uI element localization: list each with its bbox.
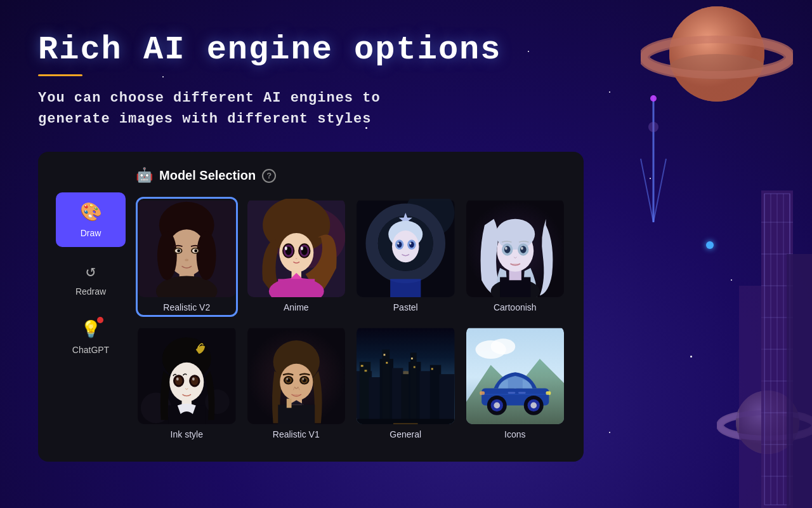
model-card-realistic-v1[interactable]: Realistic V1 — [246, 324, 348, 444]
model-card-anime[interactable]: Anime — [246, 197, 348, 317]
svg-point-115 — [286, 378, 288, 380]
model-card-icons[interactable]: Icons — [464, 324, 566, 444]
model-label-icons: Icons — [502, 424, 528, 442]
model-card-cartoonish[interactable]: Cartoonish — [464, 197, 566, 317]
svg-point-116 — [302, 378, 304, 380]
model-label-general: General — [387, 424, 424, 442]
sidebar-item-draw-label: Draw — [81, 228, 102, 238]
svg-rect-134 — [361, 364, 363, 366]
svg-point-146 — [490, 338, 515, 354]
svg-rect-108 — [286, 398, 291, 407]
model-image-anime — [247, 199, 346, 297]
svg-point-60 — [301, 246, 303, 250]
model-selection-title: Model Selection — [159, 168, 256, 183]
svg-point-99 — [191, 377, 199, 385]
robot-icon: 🤖 — [136, 167, 153, 184]
svg-point-150 — [494, 402, 500, 408]
model-image-icons — [466, 326, 565, 425]
svg-point-87 — [504, 247, 507, 250]
help-button[interactable]: ? — [262, 169, 276, 183]
svg-rect-138 — [411, 358, 413, 359]
svg-rect-140 — [431, 368, 433, 370]
svg-rect-126 — [383, 349, 390, 424]
svg-rect-124 — [369, 377, 381, 425]
svg-point-38 — [197, 231, 216, 280]
svg-point-43 — [177, 250, 180, 253]
svg-point-88 — [520, 247, 523, 250]
model-image-realistic-v2 — [138, 199, 236, 297]
svg-point-44 — [194, 250, 197, 253]
svg-point-75 — [410, 243, 412, 245]
model-selection-area: 🤖 Model Selection ? — [126, 167, 566, 444]
page-title: Rich AI engine options — [38, 32, 774, 68]
model-label-ink-style: Ink style — [168, 424, 206, 442]
svg-rect-69 — [390, 279, 421, 297]
svg-rect-135 — [365, 370, 367, 371]
model-card-ink-style[interactable]: Ink style — [136, 324, 238, 444]
model-label-realistic-v1: Realistic V1 — [270, 424, 322, 442]
model-image-ink-style — [138, 326, 236, 425]
svg-rect-52 — [278, 279, 315, 297]
svg-point-85 — [504, 246, 510, 253]
svg-point-82 — [495, 219, 535, 250]
model-label-cartoonish: Cartoonish — [491, 297, 539, 315]
sidebar-item-draw[interactable]: 🎨 Draw — [56, 192, 126, 247]
svg-rect-158 — [518, 392, 526, 394]
svg-point-101 — [192, 377, 195, 380]
sidebar-item-redraw-label: Redraw — [75, 286, 106, 297]
svg-rect-136 — [383, 354, 385, 356]
svg-rect-139 — [414, 366, 416, 368]
model-image-pastel — [357, 199, 455, 297]
svg-rect-137 — [386, 362, 388, 364]
sidebar: 🎨 Draw ↺ Redraw 💡 ChatGPT — [56, 167, 126, 444]
model-image-realistic-v1 — [247, 326, 346, 425]
sidebar-item-chatgpt-label: ChatGPT — [72, 345, 109, 355]
svg-rect-130 — [410, 352, 417, 424]
draw-icon: 🎨 — [80, 201, 102, 223]
model-card-pastel[interactable]: Pastel — [355, 197, 457, 317]
svg-rect-107 — [278, 404, 315, 424]
model-label-realistic-v2: Realistic V2 — [160, 297, 213, 315]
models-grid: Realistic V2 — [136, 197, 566, 444]
svg-rect-133 — [439, 374, 454, 424]
model-card-general[interactable]: General — [355, 324, 457, 444]
svg-point-153 — [530, 402, 537, 408]
model-label-pastel: Pastel — [391, 297, 421, 315]
model-label-anime: Anime — [281, 297, 311, 315]
svg-point-59 — [284, 246, 287, 250]
content-area: Rich AI engine options You can choose di… — [0, 0, 812, 508]
model-image-cartoonish — [466, 199, 565, 297]
title-divider — [38, 74, 82, 76]
svg-point-86 — [520, 246, 526, 253]
model-selection-panel: 🎨 Draw ↺ Redraw 💡 ChatGPT 🤖 Model Select… — [38, 152, 584, 462]
redraw-icon: ↺ — [86, 261, 96, 281]
model-selection-header: 🤖 Model Selection ? — [136, 167, 566, 184]
svg-point-100 — [176, 377, 179, 380]
model-card-realistic-v2[interactable]: Realistic V2 — [136, 197, 238, 317]
svg-rect-157 — [508, 392, 515, 394]
svg-point-37 — [157, 231, 177, 280]
svg-point-74 — [397, 243, 399, 245]
svg-point-98 — [175, 377, 183, 385]
chatgpt-icon: 💡 — [81, 319, 101, 340]
svg-rect-142 — [393, 423, 418, 424]
sidebar-item-chatgpt[interactable]: 💡 ChatGPT — [56, 311, 126, 364]
model-image-general — [357, 326, 455, 425]
sidebar-item-redraw[interactable]: ↺ Redraw — [56, 252, 126, 305]
page-subtitle: You can choose different AI engines toge… — [38, 88, 431, 130]
svg-point-45 — [185, 259, 188, 262]
